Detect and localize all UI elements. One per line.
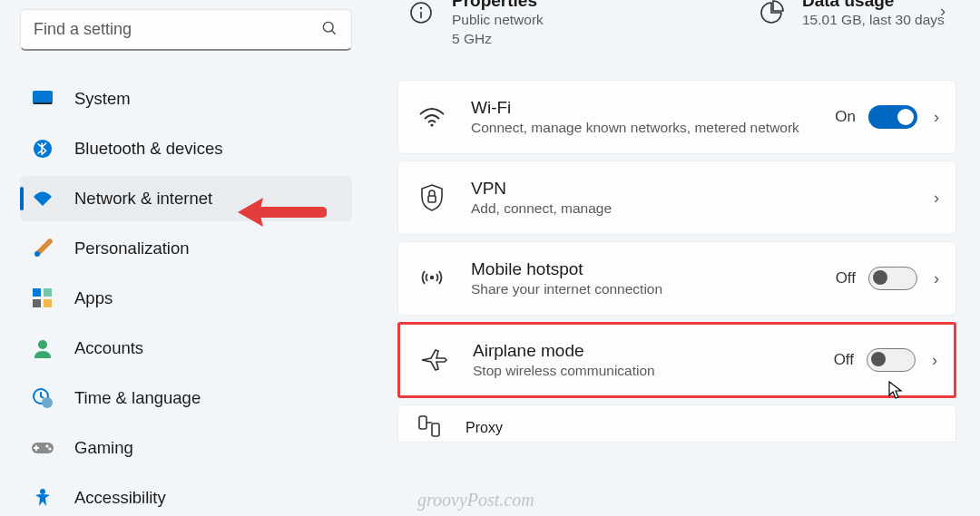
card-airplane-mode[interactable]: Airplane mode Stop wireless communicatio… <box>397 322 956 398</box>
properties-sub2: 5 GHz <box>452 30 544 49</box>
sidebar-item-label: Apps <box>74 288 113 308</box>
svg-point-12 <box>42 397 53 408</box>
card-title: Mobile hotspot <box>471 259 836 279</box>
sidebar-item-label: Accounts <box>74 338 143 358</box>
svg-rect-3 <box>34 102 52 104</box>
watermark: groovyPost.com <box>417 490 534 511</box>
svg-line-1 <box>332 30 336 34</box>
accessibility-icon <box>31 486 54 510</box>
airplane-toggle[interactable] <box>867 348 916 372</box>
search-icon <box>320 19 338 41</box>
apps-icon <box>31 287 54 310</box>
sidebar-item-time[interactable]: Time & language <box>20 375 352 421</box>
card-proxy[interactable]: Proxy <box>397 404 956 443</box>
properties-title: Properties <box>452 0 544 11</box>
svg-point-22 <box>430 276 434 279</box>
svg-rect-2 <box>33 91 53 104</box>
svg-point-15 <box>48 447 51 450</box>
svg-point-4 <box>34 140 52 158</box>
toggle-state: On <box>835 108 856 126</box>
system-icon <box>31 87 54 111</box>
sidebar-item-bluetooth[interactable]: Bluetooth & devices <box>20 126 352 171</box>
card-vpn[interactable]: VPN Add, connect, manage › <box>397 161 956 235</box>
svg-point-20 <box>430 123 433 126</box>
cursor-icon <box>888 381 905 404</box>
gamepad-icon <box>31 436 54 460</box>
svg-rect-7 <box>44 288 52 297</box>
chevron-right-icon[interactable]: › <box>934 108 939 127</box>
clock-globe-icon <box>31 386 54 410</box>
pie-chart-icon <box>757 0 786 27</box>
data-usage-summary[interactable]: Data usage 15.01 GB, last 30 days <box>748 0 956 63</box>
toggle-state: Off <box>834 351 854 369</box>
toggle-state: Off <box>836 269 856 287</box>
chevron-right-icon[interactable]: › <box>934 189 939 208</box>
main-panel: Properties Public network 5 GHz Data usa… <box>361 0 980 516</box>
sidebar-item-apps[interactable]: Apps <box>20 276 352 321</box>
card-subtitle: Share your internet connection <box>471 281 836 297</box>
card-subtitle: Stop wireless communication <box>473 363 834 379</box>
svg-rect-21 <box>428 196 436 202</box>
wifi-icon <box>416 105 447 129</box>
sidebar-item-label: Personalization <box>74 239 190 258</box>
svg-rect-9 <box>44 299 52 307</box>
search-input[interactable] <box>34 20 320 39</box>
hotspot-icon <box>416 266 447 291</box>
airplane-icon <box>418 346 449 374</box>
card-title: VPN <box>471 179 934 199</box>
sidebar: System Bluetooth & devices Network & int… <box>0 0 361 516</box>
svg-point-14 <box>45 444 48 447</box>
top-summary-row: Properties Public network 5 GHz Data usa… <box>397 0 956 63</box>
sidebar-item-network[interactable]: Network & internet <box>20 176 352 221</box>
svg-rect-8 <box>33 299 41 307</box>
card-hotspot[interactable]: Mobile hotspot Share your internet conne… <box>397 241 956 316</box>
card-title: Airplane mode <box>473 341 834 361</box>
sidebar-item-accounts[interactable]: Accounts <box>20 326 352 371</box>
chevron-right-icon[interactable]: › <box>934 269 939 288</box>
svg-point-5 <box>34 251 40 257</box>
svg-point-16 <box>40 489 45 494</box>
shield-icon <box>416 183 447 212</box>
sidebar-item-label: Gaming <box>74 438 133 458</box>
sidebar-nav: System Bluetooth & devices Network & int… <box>20 76 352 516</box>
wifi-icon <box>31 187 54 210</box>
sidebar-item-label: Accessibility <box>74 488 166 508</box>
card-subtitle: Add, connect, manage <box>471 200 934 217</box>
bluetooth-icon <box>31 137 54 161</box>
person-icon <box>31 336 54 360</box>
card-title: Proxy <box>466 420 503 436</box>
svg-rect-6 <box>33 288 41 297</box>
svg-point-18 <box>420 7 422 9</box>
data-usage-title: Data usage <box>802 0 945 11</box>
chevron-right-icon[interactable]: › <box>932 351 937 370</box>
svg-rect-23 <box>419 416 426 429</box>
data-usage-sub: 15.01 GB, last 30 days <box>802 11 945 30</box>
sidebar-item-label: Network & internet <box>74 189 212 209</box>
properties-summary[interactable]: Properties Public network 5 GHz <box>397 0 748 63</box>
card-wifi[interactable]: Wi-Fi Connect, manage known networks, me… <box>397 80 956 154</box>
sidebar-item-label: System <box>74 89 131 109</box>
properties-sub1: Public network <box>452 11 544 30</box>
svg-rect-24 <box>432 424 439 436</box>
proxy-icon <box>416 414 442 443</box>
card-subtitle: Connect, manage known networks, metered … <box>471 120 835 136</box>
sidebar-item-gaming[interactable]: Gaming <box>20 425 352 471</box>
sidebar-item-system[interactable]: System <box>20 76 352 122</box>
card-title: Wi-Fi <box>471 98 835 118</box>
hotspot-toggle[interactable] <box>868 267 917 290</box>
svg-point-10 <box>38 340 47 349</box>
sidebar-item-label: Bluetooth & devices <box>74 139 223 159</box>
brush-icon <box>31 237 54 260</box>
chevron-right-icon[interactable]: › <box>940 2 946 21</box>
search-input-container[interactable] <box>20 9 352 51</box>
sidebar-item-personalization[interactable]: Personalization <box>20 226 352 271</box>
sidebar-item-label: Time & language <box>74 388 201 408</box>
svg-point-0 <box>323 22 333 32</box>
wifi-toggle[interactable] <box>868 105 917 129</box>
info-icon <box>407 0 436 27</box>
sidebar-item-accessibility[interactable]: Accessibility <box>20 475 352 516</box>
